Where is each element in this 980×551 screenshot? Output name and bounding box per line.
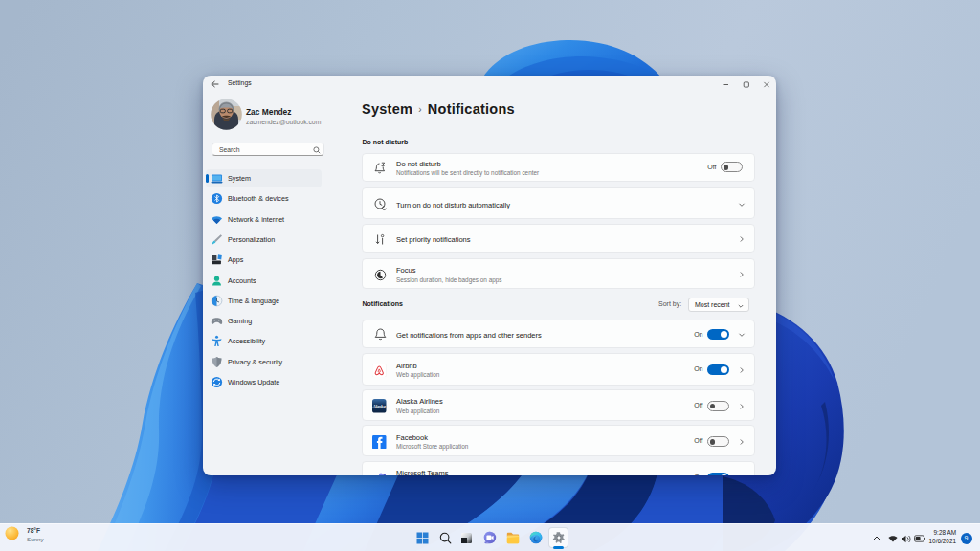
svg-text:Alaska: Alaska bbox=[372, 404, 386, 408]
